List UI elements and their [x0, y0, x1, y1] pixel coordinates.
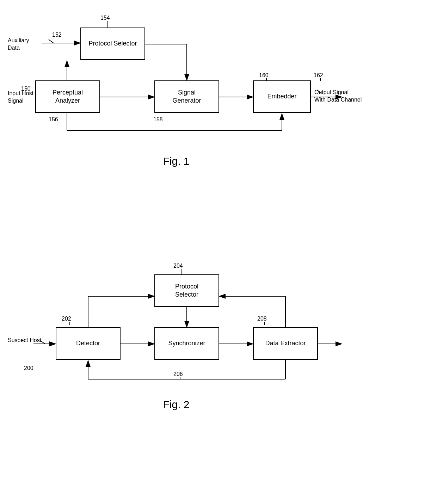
data-extractor-box: Data Extractor: [253, 327, 318, 360]
signal-generator-box: SignalGenerator: [154, 80, 219, 113]
fig1-title: Fig. 1: [141, 155, 211, 167]
ref-162: 162: [314, 72, 323, 79]
protocol-selector-box: Protocol Selector: [80, 28, 145, 60]
ref-160: 160: [259, 72, 269, 79]
perceptual-analyzer-box: PerceptualAnalyzer: [35, 80, 100, 113]
ref-156: 156: [49, 116, 58, 123]
input-host-signal-label: Input HostSignal: [8, 90, 33, 105]
ref-206: 206: [173, 371, 183, 377]
ref-204: 204: [173, 263, 183, 269]
ref-150: 150: [21, 86, 31, 92]
diagram-container: Protocol Selector PerceptualAnalyzer Sig…: [0, 0, 437, 504]
ref-200: 200: [24, 365, 33, 371]
suspect-host-label: Suspect Host: [8, 337, 41, 344]
detector-box: Detector: [56, 327, 121, 360]
ref-152: 152: [52, 32, 62, 38]
ref-202: 202: [62, 316, 71, 322]
embedder-box: Embedder: [253, 80, 311, 113]
auxiliary-data-label: AuxiliaryData: [8, 37, 29, 52]
ref-208: 208: [257, 316, 267, 322]
output-signal-label: Output SignalWith Data Channel: [314, 89, 362, 104]
svg-line-3: [49, 40, 54, 43]
synchronizer-box: Synchronizer: [154, 327, 219, 360]
fig2-title: Fig. 2: [141, 399, 211, 411]
arrows-svg: [0, 0, 437, 504]
ref-158: 158: [153, 116, 163, 123]
protocol-selector2-box: ProtocolSelector: [154, 274, 219, 307]
ref-154-line: 154: [100, 15, 110, 21]
